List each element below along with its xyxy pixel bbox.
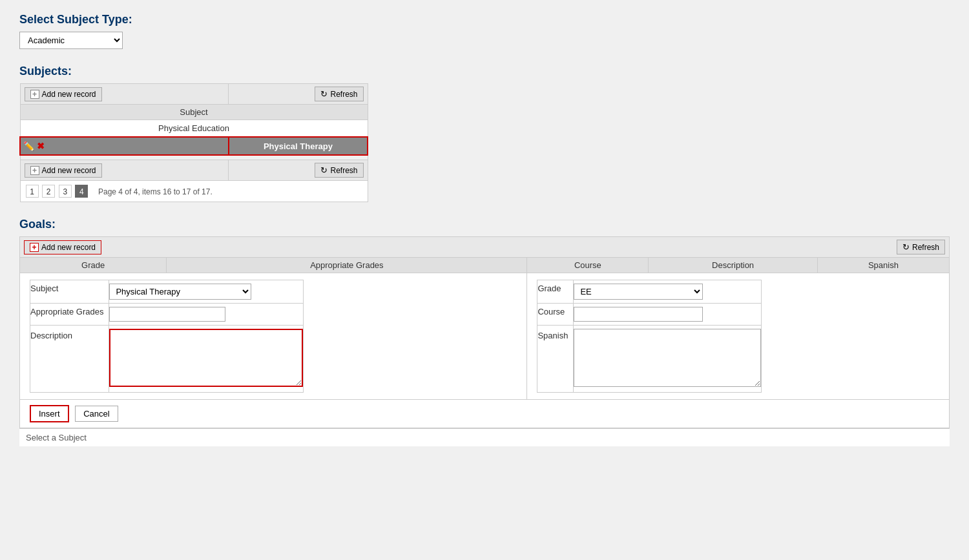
- table-row[interactable]: Physical Education: [20, 120, 368, 138]
- goals-col-headers: Grade Appropriate Grades Course Descript…: [20, 258, 950, 273]
- goals-form-row: Subject Physical Therapy Physical Educat…: [20, 273, 950, 400]
- goals-add-button[interactable]: + Add new record: [24, 240, 101, 254]
- subject-select[interactable]: Physical Therapy Physical Education: [109, 284, 251, 300]
- goals-refresh-icon: ↻: [902, 242, 910, 252]
- plus-icon-bottom: +: [30, 166, 39, 175]
- course-field-row: Course: [537, 304, 762, 326]
- status-bar: Select a Subject: [19, 428, 950, 446]
- page-2-link[interactable]: 2: [42, 185, 55, 198]
- goals-section: Goals: + Add new record ↻: [19, 218, 950, 446]
- goals-table: + Add new record ↻ Refresh: [19, 236, 950, 428]
- delete-icon[interactable]: ✖: [37, 141, 45, 151]
- subjects-section: Subjects: + Add new record ↻ Refresh: [19, 65, 950, 202]
- page-4-link[interactable]: 4: [75, 185, 88, 198]
- spanish-textarea[interactable]: [574, 329, 761, 387]
- cancel-button[interactable]: Cancel: [75, 406, 118, 422]
- plus-icon: +: [30, 90, 39, 99]
- subject-field-row: Subject Physical Therapy Physical Educat…: [30, 280, 304, 304]
- subjects-refresh-button-bottom[interactable]: ↻ Refresh: [315, 163, 363, 178]
- subjects-separator: [20, 155, 368, 160]
- goals-heading: Goals:: [19, 218, 950, 231]
- appropriate-grades-field-row: Appropriate Grades: [30, 304, 304, 326]
- subjects-refresh-button[interactable]: ↻ Refresh: [315, 87, 363, 101]
- page-3-link[interactable]: 3: [59, 185, 72, 198]
- grade-select[interactable]: EE K 1 2: [574, 284, 703, 300]
- insert-button[interactable]: Insert: [30, 405, 69, 422]
- description-textarea[interactable]: [109, 329, 303, 387]
- pagination-row: 1 2 3 4 Page 4 of 4, items 16 to 17 of 1…: [20, 181, 368, 202]
- goals-plus-icon: +: [30, 243, 39, 252]
- status-text: Select a Subject: [26, 433, 87, 442]
- subjects-col-header: Subject: [20, 105, 368, 120]
- table-row[interactable]: ✏️ ✖ Physical Therapy: [20, 137, 368, 155]
- grade-col-header: Grade: [20, 258, 167, 273]
- goals-buttons-row: Insert Cancel: [20, 400, 950, 428]
- grade-label: Grade: [537, 284, 561, 293]
- course-col-header: Course: [527, 258, 649, 273]
- description-col-header: Description: [649, 258, 818, 273]
- pagination-info: Page 4 of 4, items 16 to 17 of 17.: [98, 187, 213, 196]
- subject-label: Subject: [30, 284, 58, 293]
- description-field-row: Description: [30, 326, 304, 393]
- page-1-link[interactable]: 1: [26, 185, 39, 198]
- appropriate-grades-label: Appropriate Grades: [30, 307, 103, 316]
- appropriate-grades-input[interactable]: [109, 307, 225, 322]
- description-label: Description: [30, 331, 72, 340]
- course-input[interactable]: [574, 307, 703, 322]
- subjects-col-header-row: Subject: [20, 105, 368, 120]
- subjects-toolbar-bottom: + Add new record ↻ Refresh: [20, 160, 368, 181]
- subjects-add-button-bottom[interactable]: + Add new record: [25, 163, 102, 178]
- refresh-icon: ↻: [320, 89, 328, 99]
- subject-type-select[interactable]: Academic: [19, 32, 123, 49]
- spanish-col-header: Spanish: [817, 258, 949, 273]
- course-label: Course: [537, 307, 565, 316]
- subjects-add-button[interactable]: + Add new record: [25, 87, 102, 101]
- goals-refresh-button[interactable]: ↻ Refresh: [897, 240, 945, 254]
- edit-icon[interactable]: ✏️: [23, 141, 34, 151]
- spanish-label: Spanish: [537, 331, 568, 340]
- goals-toolbar-row: + Add new record ↻ Refresh: [20, 237, 950, 258]
- appropriate-grades-col-header: Appropriate Grades: [167, 258, 527, 273]
- refresh-icon-bottom: ↻: [320, 165, 328, 175]
- spanish-field-row: Spanish: [537, 326, 762, 393]
- grade-field-row: Grade EE K 1 2: [537, 280, 762, 304]
- subjects-table: + Add new record ↻ Refresh Subject Physi…: [19, 83, 368, 202]
- subjects-heading: Subjects:: [19, 65, 950, 78]
- subjects-toolbar-top: + Add new record ↻ Refresh: [20, 84, 368, 105]
- subject-type-section: Select Subject Type: Academic: [19, 13, 950, 49]
- subject-type-heading: Select Subject Type:: [19, 13, 950, 26]
